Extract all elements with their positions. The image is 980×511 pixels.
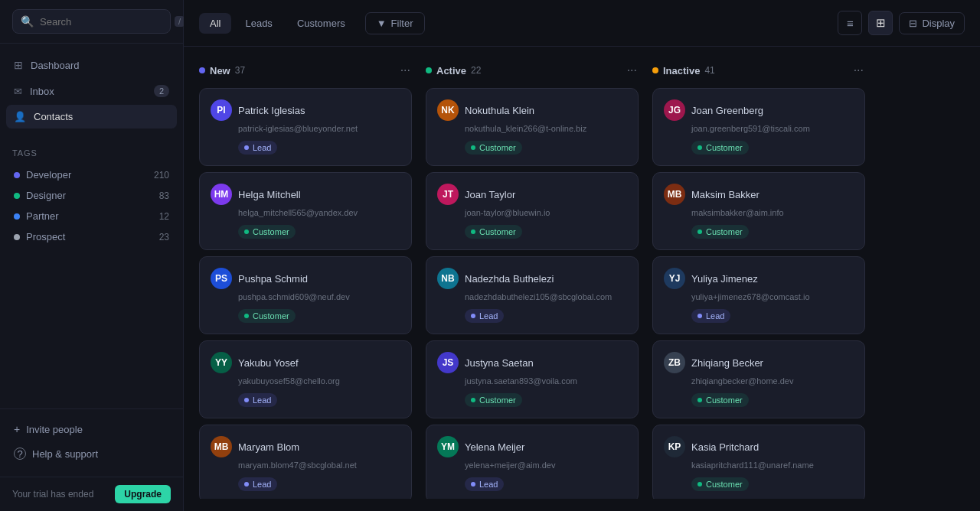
column-menu-new[interactable]: ··· xyxy=(397,62,413,79)
invite-people-button[interactable]: + Invite people xyxy=(12,418,171,440)
column-dot-active xyxy=(426,67,432,73)
card-tag-10: Lead xyxy=(465,477,504,491)
card-tag-15: Customer xyxy=(691,477,749,491)
tags-title: Tags xyxy=(12,148,171,158)
tab-leads[interactable]: Leads xyxy=(234,13,283,34)
contact-card-5[interactable]: MB Maryam Blom maryam.blom47@sbcglobal.n… xyxy=(199,425,412,499)
card-email-5: maryam.blom47@sbcglobal.net xyxy=(238,461,400,470)
main-content: All Leads Customers ▼ Filter ≡ ⊞ ⊟ Displ… xyxy=(184,0,980,511)
column-count-new: 37 xyxy=(235,65,245,76)
sidebar-item-contacts[interactable]: 👤 Contacts xyxy=(6,105,177,129)
display-label: Display xyxy=(922,18,955,29)
tag-count: 83 xyxy=(159,190,169,201)
help-support-button[interactable]: ? Help & support xyxy=(12,443,171,464)
tag-partner[interactable]: Partner 12 xyxy=(12,207,171,226)
avatar-4: YY xyxy=(211,352,232,373)
tag-status-dot xyxy=(244,314,249,318)
card-name-7: Joan Taylor xyxy=(465,189,515,200)
tag-prospect[interactable]: Prospect 23 xyxy=(12,227,171,246)
contact-card-8[interactable]: NB Nadezhda Buthelezi nadezhdabuthelezi1… xyxy=(426,256,639,334)
column-dot-inactive xyxy=(652,67,658,73)
card-top-1: PI Patrick Iglesias xyxy=(211,99,400,121)
contact-card-14[interactable]: ZB Zhiqiang Becker zhiqiangbecker@home.d… xyxy=(652,340,865,418)
card-email-3: pushpa.schmid609@neuf.dev xyxy=(238,292,400,301)
column-menu-active[interactable]: ··· xyxy=(624,62,640,79)
tag-dot-partner xyxy=(14,213,20,220)
contact-card-4[interactable]: YY Yakubu Yosef yakubuyosef58@chello.org… xyxy=(199,340,412,418)
trial-text: Your trial has ended xyxy=(12,489,93,500)
column-cards-active: NK Nokuthula Klein nokuthula_klein266@t-… xyxy=(426,88,640,499)
avatar-12: MB xyxy=(664,184,685,205)
tag-status-dot xyxy=(697,229,702,234)
card-name-1: Patrick Iglesias xyxy=(238,105,305,116)
card-top-5: MB Maryam Blom xyxy=(211,436,400,457)
card-name-13: Yuliya Jimenez xyxy=(691,273,758,285)
column-title-inactive: Inactive xyxy=(663,65,700,76)
filter-button[interactable]: ▼ Filter xyxy=(365,12,425,34)
card-top-12: MB Maksim Bakker xyxy=(664,184,854,205)
card-top-13: YJ Yuliya Jimenez xyxy=(664,268,854,289)
card-top-4: YY Yakubu Yosef xyxy=(211,352,400,373)
contact-card-15[interactable]: KP Kasia Pritchard kasiapritchard111@una… xyxy=(652,425,865,499)
avatar-6: NK xyxy=(437,99,459,121)
avatar-11: JG xyxy=(664,99,685,121)
list-view-button[interactable]: ≡ xyxy=(838,11,862,35)
sidebar-item-label: Contacts xyxy=(34,111,73,122)
invite-label: Invite people xyxy=(26,424,83,435)
avatar-9: JS xyxy=(437,352,459,373)
tag-status-dot xyxy=(244,398,249,402)
search-input[interactable] xyxy=(40,16,168,28)
upgrade-button[interactable]: Upgrade xyxy=(115,485,171,503)
trial-bar: Your trial has ended Upgrade xyxy=(0,477,183,511)
grid-view-button[interactable]: ⊞ xyxy=(868,11,893,35)
contact-card-12[interactable]: MB Maksim Bakker maksimbakker@aim.info C… xyxy=(652,172,865,250)
filter-label: Filter xyxy=(391,18,413,29)
card-top-7: JT Joan Taylor xyxy=(437,184,627,205)
sidebar-search-area: 🔍 / xyxy=(0,0,183,44)
card-name-6: Nokuthula Klein xyxy=(465,105,534,116)
card-top-11: JG Joan Greenberg xyxy=(664,99,854,121)
card-name-10: Yelena Meijer xyxy=(465,441,524,453)
sidebar-item-inbox[interactable]: ✉ Inbox 2 xyxy=(6,79,177,103)
contact-card-10[interactable]: YM Yelena Meijer yelena+meijer@aim.dev L… xyxy=(426,425,639,499)
tag-label: Prospect xyxy=(26,231,65,242)
tag-label: Designer xyxy=(26,190,66,201)
tag-designer[interactable]: Designer 83 xyxy=(12,186,171,205)
tag-developer[interactable]: Developer 210 xyxy=(12,165,171,184)
column-title-active: Active xyxy=(436,65,466,76)
column-header-new: New 37 ··· xyxy=(199,59,413,88)
contact-card-9[interactable]: JS Justyna Saetan justyna.saetan893@voil… xyxy=(426,340,639,418)
card-email-12: maksimbakker@aim.info xyxy=(691,208,854,217)
contact-card-3[interactable]: PS Pushpa Schmid pushpa.schmid609@neuf.d… xyxy=(199,256,412,334)
contact-card-2[interactable]: HM Helga Mitchell helga_mitchell565@yand… xyxy=(199,172,412,250)
search-bar[interactable]: 🔍 / xyxy=(12,9,171,34)
contact-card-7[interactable]: JT Joan Taylor joan-taylor@bluewin.io Cu… xyxy=(426,172,639,250)
contact-card-1[interactable]: PI Patrick Iglesias patrick-iglesias@blu… xyxy=(199,88,412,166)
card-email-15: kasiapritchard111@unaref.name xyxy=(691,461,854,470)
tag-status-dot xyxy=(244,482,249,487)
card-tag-8: Lead xyxy=(465,309,504,323)
contacts-icon: 👤 xyxy=(14,111,26,122)
display-button[interactable]: ⊟ Display xyxy=(899,12,965,34)
tag-dot-developer xyxy=(14,172,20,178)
tags-section: Tags Developer 210 Designer 83 Partner 1… xyxy=(0,139,183,257)
tab-customers[interactable]: Customers xyxy=(286,13,356,34)
tab-all[interactable]: All xyxy=(199,13,231,34)
tag-status-dot xyxy=(471,145,475,150)
card-name-14: Zhiqiang Becker xyxy=(691,357,763,369)
display-icon: ⊟ xyxy=(909,18,917,29)
sidebar-item-dashboard[interactable]: ⊞ Dashboard xyxy=(6,53,177,77)
card-tag-13: Lead xyxy=(691,309,730,323)
avatar-7: JT xyxy=(437,184,459,205)
contact-card-6[interactable]: NK Nokuthula Klein nokuthula_klein266@t-… xyxy=(426,88,639,166)
tag-status-dot xyxy=(697,482,702,487)
card-top-15: KP Kasia Pritchard xyxy=(664,436,854,457)
help-label: Help & support xyxy=(32,448,98,460)
card-email-11: joan.greenberg591@tiscali.com xyxy=(691,124,854,133)
contact-card-11[interactable]: JG Joan Greenberg joan.greenberg591@tisc… xyxy=(652,88,865,166)
column-menu-inactive[interactable]: ··· xyxy=(851,62,867,79)
card-email-7: joan-taylor@bluewin.io xyxy=(465,208,627,217)
contact-card-13[interactable]: YJ Yuliya Jimenez yuliya+jimenez678@comc… xyxy=(652,256,865,334)
sidebar-nav: ⊞ Dashboard ✉ Inbox 2 👤 Contacts xyxy=(0,44,183,139)
card-tag-1: Lead xyxy=(238,141,277,155)
